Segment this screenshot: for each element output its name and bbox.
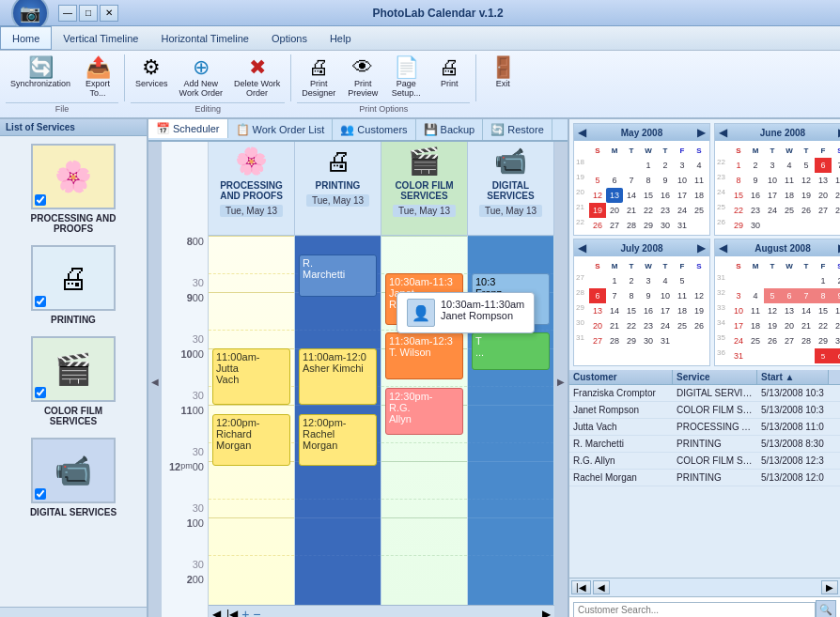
menu-home[interactable]: Home — [0, 26, 52, 50]
scroll-first[interactable]: |◀ — [225, 608, 240, 618]
august-prev[interactable]: ◀ — [719, 241, 727, 255]
sched-col-digital[interactable]: 10:3 Franz Crom T ... — [468, 236, 554, 605]
search-input[interactable] — [573, 602, 816, 618]
search-button[interactable]: 🔍 — [816, 600, 836, 617]
scroll-right[interactable]: ▶ — [538, 608, 554, 618]
print-preview-icon: 👁 — [352, 57, 373, 78]
nav-next[interactable]: ▶ — [821, 580, 838, 594]
scheduler-right-nav[interactable]: ▶ — [554, 142, 568, 617]
tab-customers[interactable]: 👥 Customers — [333, 119, 415, 140]
customer-row-rachel[interactable]: Rachel Morgan PRINTING 5/13/2008 12:0 — [569, 470, 840, 486]
menu-vertical-timeline[interactable]: Vertical Timeline — [52, 26, 149, 50]
time-11: 1100 — [162, 405, 208, 442]
customer-row-marchetti[interactable]: R. Marchetti PRINTING 5/13/2008 8:30 — [569, 436, 840, 453]
july-next[interactable]: ▶ — [697, 241, 706, 255]
page-setup-button[interactable]: 📄 PageSetup... — [385, 54, 427, 100]
add-icon: ⊕ — [193, 57, 210, 78]
menu-horizontal-timeline[interactable]: Horizontal Timeline — [149, 26, 260, 50]
calendar-area: ◀ May 2008 ▶ S M T W T F S — [569, 119, 840, 370]
customer-row-rg-allyn[interactable]: R.G. Allyn COLOR FILM SERV 5/13/2008 12:… — [569, 453, 840, 470]
scheduler-left-nav[interactable]: ◀ — [148, 142, 162, 617]
event-rg-allyn[interactable]: 12:30pm- R.G. Allyn — [385, 388, 463, 435]
customer-row-franziska[interactable]: Franziska Cromptor DIGITAL SERVICES 5/13… — [569, 385, 840, 402]
delete-icon: ✖ — [249, 57, 266, 78]
event-rachel-morgan[interactable]: 12:00pm- Rachel Morgan — [299, 414, 377, 466]
sched-col-printing[interactable]: R. Marchetti 11:00am-12:0 Asher Kimchi 1… — [295, 236, 381, 605]
col-header-start[interactable]: Start ▲ — [757, 370, 829, 384]
tab-backup[interactable]: 💾 Backup — [416, 119, 484, 140]
customer-row-jutta[interactable]: Jutta Vach PROCESSING AND 5/13/2008 11:0 — [569, 419, 840, 436]
print-button[interactable]: 🖨 Print — [428, 54, 470, 100]
may-prev[interactable]: ◀ — [578, 126, 586, 139]
col-name-printing: PRINTING — [316, 180, 361, 191]
tab-scheduler[interactable]: 📅 Scheduler — [148, 119, 228, 138]
sched-col-color-film[interactable]: 10:30am-11:3 Janet Romson 11:30am-12:3 T… — [381, 236, 468, 605]
exit-label: Exit — [496, 79, 510, 88]
customer-start: 5/13/2008 10:3 — [757, 404, 840, 416]
scroll-add[interactable]: + — [240, 607, 251, 618]
tooltip-time: 10:30am-11:30am — [441, 299, 524, 310]
list-item: 🖨 PRINTING — [4, 241, 143, 329]
print-preview-button[interactable]: 👁 PrintPreview — [342, 54, 383, 100]
menu-options[interactable]: Options — [260, 26, 319, 50]
services-button[interactable]: ⚙ Services — [131, 54, 173, 100]
add-label: Add NewWork Order — [179, 79, 223, 98]
maximize-button[interactable]: □ — [79, 5, 98, 22]
nav-prev[interactable]: ◀ — [593, 580, 610, 594]
customer-row-janet[interactable]: Janet Rompson COLOR FILM SERV 5/13/2008 … — [569, 402, 840, 419]
time-2-30: 30 — [162, 611, 208, 617]
time-1-30: 30 — [162, 555, 208, 574]
event-asher-kimchi[interactable]: 11:00am-12:0 Asher Kimchi — [299, 348, 377, 405]
minimize-button[interactable]: — — [58, 5, 77, 22]
page-setup-label: PageSetup... — [392, 79, 421, 98]
event-t-digital[interactable]: T ... — [472, 332, 550, 370]
july-grid: S M T W T F S 2712345 286789101112 29131… — [574, 256, 709, 350]
delete-work-order-button[interactable]: ✖ Delete WorkOrder — [229, 54, 285, 100]
service-icon-digital: 📹 — [31, 438, 116, 503]
june-prev[interactable]: ◀ — [719, 126, 727, 139]
customer-list-header: Customer Service Start ▲ — [569, 370, 840, 385]
event-jutta-vach[interactable]: 11:00am- Jutta Vach — [212, 348, 290, 405]
col-header-customer[interactable]: Customer — [569, 370, 673, 384]
services-label: Services — [135, 79, 168, 88]
tab-restore[interactable]: 🔄 Restore — [483, 119, 552, 140]
add-work-order-button[interactable]: ⊕ Add NewWork Order — [175, 54, 227, 100]
right-panel: ◀ May 2008 ▶ S M T W T F S — [568, 119, 840, 617]
service-icon-color-film: 🎬 — [31, 336, 116, 402]
list-item: 🎬 COLOR FILMSERVICES — [4, 332, 143, 430]
scheduler-scrollbar[interactable]: ◀ |◀ + − ▶ — [209, 605, 554, 617]
service-checkbox-digital[interactable] — [35, 488, 46, 500]
service-label-digital: DIGITAL SERVICES — [30, 507, 117, 517]
col-date-digital: Tue, May 13 — [479, 205, 542, 217]
col-header-processing: 🌸 PROCESSINGAND PROOFS Tue, May 13 — [209, 142, 295, 235]
service-checkbox-printing[interactable] — [35, 296, 46, 307]
service-checkbox-processing[interactable] — [35, 194, 46, 206]
customer-rows: Franziska Cromptor DIGITAL SERVICES 5/13… — [569, 385, 840, 578]
close-button[interactable]: ✕ — [100, 5, 118, 22]
tab-work-order-label: Work Order List — [253, 124, 325, 135]
left-panel-scrollbar[interactable] — [0, 607, 147, 617]
sched-col-processing[interactable]: 11:00am- Jutta Vach 12:00pm- Richard Mor… — [209, 236, 295, 605]
export-button[interactable]: 📤 ExportTo... — [77, 54, 118, 100]
may-next[interactable]: ▶ — [697, 126, 706, 139]
menu-help[interactable]: Help — [319, 26, 363, 50]
customer-start: 5/13/2008 8:30 — [757, 438, 840, 450]
exit-icon: 🚪 — [490, 57, 516, 78]
july-prev[interactable]: ◀ — [578, 241, 586, 255]
event-marchetti[interactable]: R. Marchetti — [299, 255, 377, 297]
print-designer-button[interactable]: 🖨 PrintDesigner — [297, 54, 340, 100]
scroll-left[interactable]: ◀ — [209, 608, 225, 618]
service-checkbox-color-film[interactable] — [35, 387, 46, 398]
center-panel: 📅 Scheduler 📋 Work Order List 👥 Customer… — [148, 119, 568, 617]
tab-work-order-list[interactable]: 📋 Work Order List — [228, 119, 334, 140]
event-richard-morgan[interactable]: 12:00pm- Richard Morgan — [212, 414, 290, 466]
customer-start: 5/13/2008 12:3 — [757, 455, 840, 467]
col-icon-processing: 🌸 — [235, 146, 268, 177]
time-1: 100 — [162, 517, 208, 555]
exit-button[interactable]: 🚪 Exit — [482, 54, 523, 91]
col-header-service[interactable]: Service — [673, 370, 757, 384]
synchronization-button[interactable]: 🔄 Synchronization — [6, 54, 75, 100]
event-t-wilson[interactable]: 11:30am-12:3 T. Wilson — [385, 332, 463, 379]
scroll-sub[interactable]: − — [251, 607, 262, 618]
nav-first[interactable]: |◀ — [571, 580, 591, 594]
